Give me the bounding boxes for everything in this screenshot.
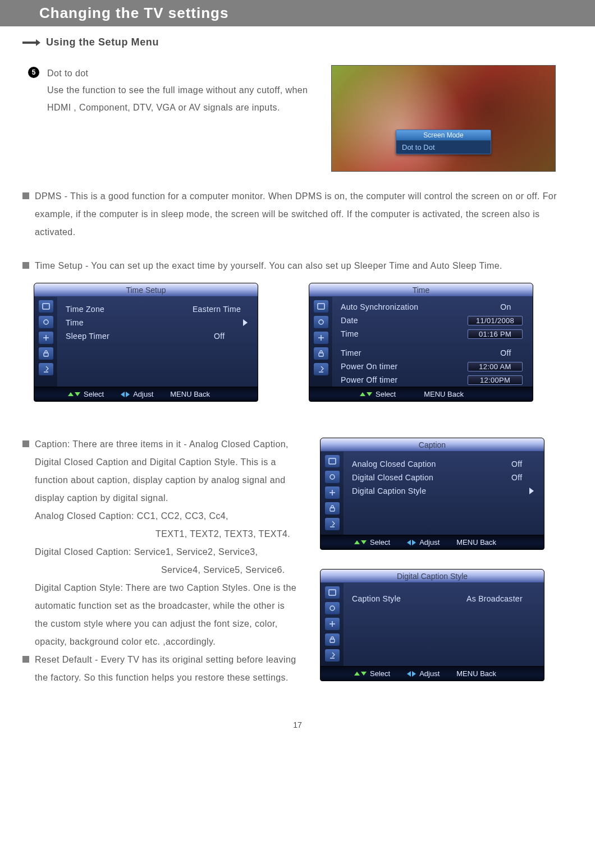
- footer-menuback: MENU Back: [424, 390, 464, 398]
- row-label: Timer: [341, 348, 484, 357]
- picture-icon: [325, 586, 340, 599]
- caption-dcc2: Service4, Service5, Service6.: [35, 561, 298, 579]
- row-value-boxed: 12:00 AM: [468, 362, 523, 371]
- row-value-boxed: 01:16 PM: [468, 329, 523, 339]
- row-value: On: [489, 302, 523, 311]
- svg-rect-9: [329, 590, 336, 595]
- osd-row: Auto Synchronization On: [341, 300, 523, 314]
- osd-rows: Analog Closed Caption Off Digital Closed…: [344, 452, 544, 535]
- osd-time-setup: Time Setup Time Zone Eastern Time Time: [34, 283, 258, 402]
- page-title: Changing the TV settings: [0, 0, 595, 26]
- leftright-arrows-icon: [407, 671, 416, 677]
- leftright-arrows-icon: [407, 540, 416, 545]
- footer-adjust: Adjust: [407, 538, 440, 546]
- osd-rows: Time Zone Eastern Time Time Sleep Timer …: [58, 297, 258, 387]
- osd-row: Power Off timer 12:00PM: [341, 373, 523, 387]
- step-text: Dot to dot Use the function to see the f…: [47, 65, 314, 116]
- step-body: Use the function to see the full image w…: [47, 82, 314, 116]
- row-value: Off: [489, 348, 523, 357]
- caption-body: Caption: There are three items in it - A…: [35, 435, 298, 651]
- osd-time: Time Auto Synchronization On Date: [309, 283, 533, 402]
- row-label: Power Off timer: [341, 375, 463, 384]
- dpms-block: DPMS - This is a good function for a com…: [22, 187, 573, 241]
- row-value: Off: [214, 332, 248, 341]
- osd-rows: Caption Style As Broadcaster: [344, 583, 544, 666]
- osd-row: Analog Closed Caption Off: [352, 457, 534, 471]
- osd-footer: Select Adjust MENU Back: [321, 535, 544, 549]
- square-bullet-icon: [22, 656, 29, 663]
- row-label: Digital Caption Style: [352, 486, 525, 495]
- osd-row: Sleep Timer Off: [66, 329, 248, 343]
- updown-arrows-icon: [68, 392, 80, 396]
- footer-label: Adjust: [419, 538, 440, 546]
- osd-row-spacer: [341, 341, 523, 346]
- lock-icon: [325, 502, 340, 515]
- footer-select: Select: [354, 669, 390, 678]
- osd-side-icons: [309, 297, 333, 387]
- caption-dcc1: Digital Closed Caption: Service1, Servic…: [35, 543, 298, 561]
- channel-icon: [314, 363, 328, 375]
- row-value-boxed: 11/01/2008: [468, 316, 523, 325]
- section-title: Using the Setup Menu: [46, 36, 159, 48]
- osd-digital-caption-style: Digital Caption Style Caption Style As B…: [320, 569, 544, 681]
- footer-select: Select: [360, 390, 396, 398]
- pointer-icon: [22, 38, 40, 47]
- osd-row: Date 11/01/2008: [341, 314, 523, 327]
- row-label: Auto Synchronization: [341, 302, 484, 311]
- row-label: Power On timer: [341, 362, 463, 371]
- timesetup-block: Time Setup - You can set up the exact ti…: [22, 257, 573, 275]
- reset-block: Reset Default - Every TV has its origina…: [22, 651, 298, 687]
- osd-side-icons: [321, 452, 344, 535]
- footer-label: Adjust: [419, 669, 440, 678]
- footer-adjust: Adjust: [407, 669, 440, 678]
- svg-point-10: [330, 606, 335, 610]
- osd-row: Digital Closed Caption Off: [352, 471, 534, 484]
- footer-select: Select: [354, 538, 390, 546]
- row-value-boxed: 12:00PM: [468, 375, 523, 385]
- step-number-badge: 5: [28, 67, 39, 78]
- lock-icon: [39, 347, 53, 360]
- audio-icon: [314, 316, 328, 328]
- footer-adjust: Adjust: [121, 390, 153, 398]
- osd-row: Power On timer 12:00 AM: [341, 360, 523, 373]
- step-title: Dot to dot: [47, 65, 314, 82]
- step-row: 5 Dot to dot Use the function to see the…: [28, 65, 314, 116]
- svg-point-7: [330, 475, 335, 479]
- osd-row: Time: [66, 316, 248, 329]
- submenu-arrow-icon: [529, 488, 534, 494]
- dpms-text: DPMS - This is a good function for a com…: [35, 187, 573, 241]
- onscreen-popup-title: Screen Mode: [396, 130, 491, 141]
- svg-point-4: [319, 320, 323, 324]
- osd-row: Caption Style As Broadcaster: [352, 592, 534, 605]
- settings-icon: [39, 332, 53, 344]
- picture-icon: [325, 455, 340, 467]
- row-label: Digital Closed Caption: [352, 473, 507, 482]
- caption-panels-column: Caption Analog Closed Caption Off: [320, 435, 544, 687]
- example-photo: Screen Mode Dot to Dot: [331, 65, 556, 172]
- channel-icon: [325, 518, 340, 530]
- osd-title: Caption: [321, 438, 544, 452]
- footer-label: Adjust: [133, 390, 153, 398]
- caption-acc1: Analog Closed Caption: CC1, CC2, CC3, Cc…: [35, 507, 298, 525]
- updown-arrows-icon: [354, 540, 367, 544]
- caption-acc2: TEXT1, TEXT2, TEXT3, TEXT4.: [35, 525, 298, 543]
- leftright-arrows-icon: [121, 392, 130, 397]
- square-bullet-icon: [22, 440, 29, 447]
- osd-title: Time Setup: [34, 283, 258, 297]
- osd-row: Time Zone Eastern Time: [66, 302, 248, 316]
- row-label: Caption Style: [352, 594, 462, 603]
- svg-rect-8: [330, 508, 335, 511]
- osd-title: Time: [309, 283, 533, 297]
- osd-caption: Caption Analog Closed Caption Off: [320, 438, 544, 550]
- updown-arrows-icon: [360, 392, 372, 396]
- audio-icon: [325, 471, 340, 483]
- square-bullet-icon: [22, 262, 29, 269]
- footer-label: Select: [376, 390, 396, 398]
- settings-icon: [325, 486, 340, 499]
- svg-rect-11: [330, 639, 335, 642]
- svg-rect-3: [318, 304, 324, 309]
- footer-menuback: MENU Back: [170, 390, 210, 398]
- dot-to-dot-block: 5 Dot to dot Use the function to see the…: [22, 65, 573, 172]
- row-value: Off: [511, 460, 534, 469]
- page-number: 17: [22, 720, 573, 729]
